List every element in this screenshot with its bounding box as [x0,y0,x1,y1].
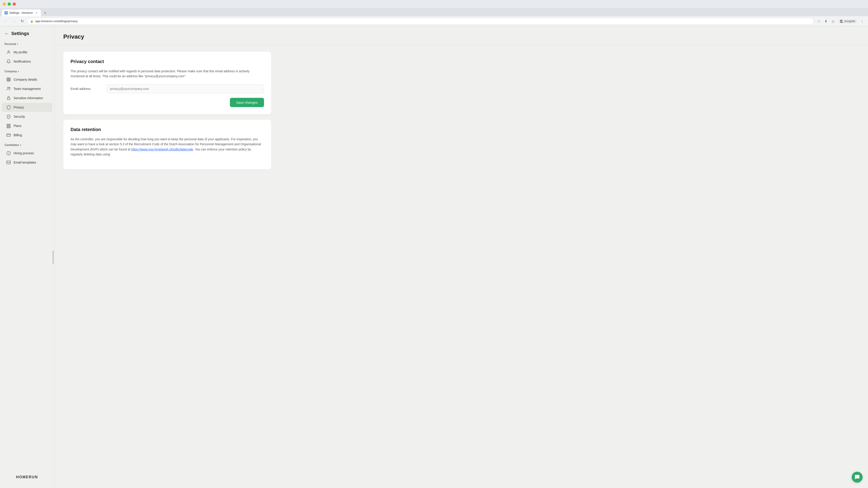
incognito-badge: 🕵 Incognito [838,19,857,23]
chevron-down-icon: ▾ [20,144,21,147]
sidebar-item-plans[interactable]: Plans [2,121,52,130]
homerun-logo-text: HOMERUN [4,475,50,479]
tab-close-button[interactable]: × [35,11,38,15]
maximize-button[interactable]: + [8,2,11,6]
sidebar-scrollbar[interactable] [53,251,54,264]
browser-titlebar: − + × [0,0,868,8]
sidebar-item-label: Billing [13,133,22,137]
extension-button[interactable]: ◻ [830,18,836,24]
save-changes-button[interactable]: Save changes [230,98,264,107]
sidebar-item-label: Security [13,115,25,119]
back-button[interactable]: ← [4,31,9,36]
nvp-link[interactable]: https://www.nvp-hrnetwerk.nl/sollicitati… [131,148,193,151]
settings-title: Settings [11,31,29,36]
email-label: Email address [70,87,102,91]
sidebar-item-security[interactable]: Security [2,112,52,121]
sidebar-item-label: Email templates [13,161,36,164]
back-nav-button[interactable]: ← [3,18,9,24]
svg-rect-4 [7,98,10,100]
sidebar-section-candidates: Candidates ▾ Hiring process [0,142,54,167]
chevron-down-icon: ▾ [18,70,19,73]
svg-point-3 [9,87,10,88]
sidebar-item-privacy[interactable]: Privacy [2,103,52,112]
chat-bubble-button[interactable] [852,472,863,483]
address-bar[interactable]: 🔒 app.homerun.co/settings/privacy [27,18,814,25]
sidebar-item-team-management[interactable]: Team management [2,84,52,93]
page-header: Privacy [54,26,868,45]
security-icon [6,114,11,119]
lock-icon [6,96,11,100]
email-input[interactable] [107,84,264,93]
user-icon [6,50,11,55]
sidebar-item-label: Notifications [13,60,31,63]
close-button[interactable]: × [13,2,16,6]
tab-bar: H Settings - Homerun × + [0,8,868,16]
sidebar-item-company-details[interactable]: Company details [2,75,52,84]
tab-favicon: H [4,11,8,14]
new-tab-button[interactable]: + [42,10,48,16]
sidebar-item-label: Sensitive information [13,96,43,100]
company-section-label[interactable]: Company ▾ [0,68,54,75]
active-tab[interactable]: H Settings - Homerun × [2,9,41,16]
toolbar-actions: ☆ ⬇ ◻ [815,18,836,24]
sidebar: ← Settings Personal ▾ My profile [0,26,54,488]
shield-icon [6,105,11,109]
lock-icon: 🔒 [30,20,33,23]
sidebar-section-personal: Personal ▾ My profile [0,41,54,66]
candidates-section-label[interactable]: Candidates ▾ [0,142,54,149]
browser-toolbar: ← → ↻ 🔒 app.homerun.co/settings/privacy … [0,16,868,26]
url-display: app.homerun.co/settings/privacy [35,20,811,23]
team-icon [6,87,11,91]
forward-nav-button[interactable]: → [11,18,17,24]
bookmark-button[interactable]: ☆ [815,18,822,24]
sidebar-item-label: Team management [13,87,41,91]
bell-icon [6,59,11,64]
menu-button[interactable]: ⋮ [859,18,865,24]
sidebar-item-label: Hiring process [13,151,34,155]
sidebar-header: ← Settings [0,31,54,41]
sidebar-item-sensitive-information[interactable]: Sensitive information [2,94,52,103]
email-icon [6,160,11,165]
incognito-icon: 🕵 [840,20,843,23]
page-body: Privacy contact The privacy contact will… [54,45,280,182]
svg-point-0 [8,51,9,52]
svg-rect-7 [7,161,11,164]
svg-rect-1 [7,78,10,81]
privacy-contact-title: Privacy contact [70,59,264,64]
svg-rect-5 [7,134,11,136]
sidebar-item-email-templates[interactable]: Email templates [2,158,52,167]
browser-chrome: − + × H Settings - Homerun × + ← → ↻ 🔒 a… [0,0,868,26]
sidebar-item-billing[interactable]: Billing [2,131,52,140]
data-retention-description: As the controller, you are responsible f… [70,137,264,157]
personal-section-label[interactable]: Personal ▾ [0,41,54,47]
privacy-contact-description: The privacy contact will be notified wit… [70,69,264,79]
sidebar-section-company: Company ▾ Company details [0,68,54,140]
svg-point-2 [7,87,8,88]
sidebar-item-label: Privacy [13,105,24,109]
sidebar-item-label: Company details [13,78,37,81]
incognito-label: Incognito [844,20,855,23]
data-retention-title: Data retention [70,127,264,132]
privacy-contact-card: Privacy contact The privacy contact will… [63,52,271,114]
sidebar-logo: HOMERUN [0,470,54,484]
app-layout: ← Settings Personal ▾ My profile [0,26,868,488]
plans-icon [6,124,11,128]
reload-button[interactable]: ↻ [19,18,25,24]
sidebar-item-notifications[interactable]: Notifications [2,57,52,66]
sidebar-item-label: Plans [13,124,22,128]
minimize-button[interactable]: − [3,2,6,6]
page-title: Privacy [63,33,859,40]
card-actions: Save changes [70,98,264,107]
building-icon [6,77,11,82]
sidebar-item-hiring-process[interactable]: Hiring process [2,149,52,158]
billing-icon [6,133,11,137]
tab-title: Settings - Homerun [9,11,33,14]
download-button[interactable]: ⬇ [823,18,829,24]
email-form-row: Email address [70,84,264,93]
sidebar-item-label: My profile [13,51,27,54]
sidebar-item-my-profile[interactable]: My profile [2,48,52,57]
main-content: Privacy Privacy contact The privacy cont… [54,26,868,488]
data-retention-card: Data retention As the controller, you ar… [63,120,271,170]
window-controls: − + × [3,2,16,6]
chevron-down-icon: ▾ [17,43,18,45]
